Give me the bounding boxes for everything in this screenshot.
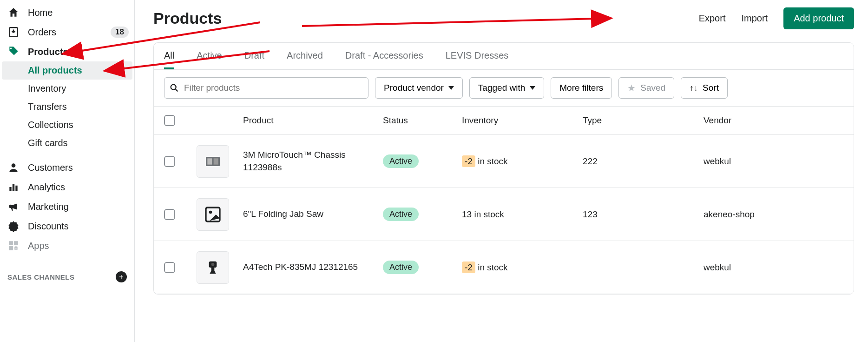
tab-levis-dresses[interactable]: LEVIS Dresses xyxy=(446,43,509,69)
inventory-cell: -2 in stock xyxy=(462,156,583,167)
person-icon xyxy=(7,161,20,174)
svg-point-14 xyxy=(209,210,212,214)
add-channel-button[interactable] xyxy=(116,271,127,282)
table-row[interactable]: 3M MicroTouch™ Chassis 1123988s Active -… xyxy=(154,135,854,188)
inventory-cell: 13 in stock xyxy=(462,209,583,220)
sidebar-item-label: Apps xyxy=(28,241,129,251)
col-inventory: Inventory xyxy=(462,115,583,126)
more-filters-button[interactable]: More filters xyxy=(551,77,612,99)
sidebar-item-discounts[interactable]: Discounts xyxy=(0,216,134,236)
tab-archived[interactable]: Archived xyxy=(287,43,323,69)
filter-label: Tagged with xyxy=(478,83,525,93)
sidebar-subitem-gift-cards[interactable]: Gift cards xyxy=(0,134,134,152)
row-checkbox[interactable] xyxy=(164,209,175,220)
svg-rect-5 xyxy=(9,241,13,245)
sidebar-item-home[interactable]: Home xyxy=(0,3,134,22)
type-cell: 222 xyxy=(583,156,704,167)
filter-products-input[interactable] xyxy=(184,83,363,93)
main-content: Products Export Import Add product All A… xyxy=(135,0,868,342)
table-row[interactable]: A4Tech PK-835MJ 12312165 Active -2 in st… xyxy=(154,241,854,294)
status-badge: Active xyxy=(383,208,419,221)
sidebar-item-customers[interactable]: Customers xyxy=(0,158,134,177)
sidebar-item-label: Orders xyxy=(28,27,102,38)
sidebar-item-apps[interactable]: Apps xyxy=(0,236,134,255)
col-type: Type xyxy=(583,115,704,126)
sidebar: Home Orders 18 Products All products Inv… xyxy=(0,0,135,342)
inventory-text: 13 in stock xyxy=(462,209,504,219)
status-badge: Active xyxy=(383,261,419,274)
sidebar-item-label: Home xyxy=(28,7,129,18)
add-product-button[interactable]: Add product xyxy=(783,7,854,29)
tab-all[interactable]: All xyxy=(164,43,174,69)
select-all-checkbox[interactable] xyxy=(164,115,175,126)
vendor-cell: webkul xyxy=(704,156,843,167)
sort-icon: ↑↓ xyxy=(690,83,698,93)
apps-icon xyxy=(7,240,20,252)
col-product: Product xyxy=(243,115,383,126)
filter-label: Saved xyxy=(640,83,665,93)
orders-badge: 18 xyxy=(111,27,129,38)
filter-label: Product vendor xyxy=(384,83,444,93)
products-card: All Active Draft Archived Draft - Access… xyxy=(153,42,854,295)
product-thumbnail xyxy=(197,251,229,284)
sidebar-item-marketing[interactable]: Marketing xyxy=(0,197,134,216)
col-status: Status xyxy=(383,115,462,126)
sidebar-item-label: Customers xyxy=(28,162,129,173)
product-name[interactable]: 3M MicroTouch™ Chassis 1123988s xyxy=(243,149,383,174)
search-icon xyxy=(169,83,179,93)
star-icon: ★ xyxy=(627,82,636,94)
sidebar-item-orders[interactable]: Orders 18 xyxy=(0,22,134,42)
sidebar-item-label: Discounts xyxy=(28,221,129,232)
tag-icon xyxy=(7,46,20,58)
orders-icon xyxy=(7,26,20,38)
product-name[interactable]: 6"L Folding Jab Saw xyxy=(243,208,383,221)
product-thumbnail xyxy=(197,145,229,178)
row-checkbox[interactable] xyxy=(164,156,175,167)
vendor-cell: webkul xyxy=(704,262,843,273)
sidebar-subitem-collections[interactable]: Collections xyxy=(0,116,134,134)
filter-label: Sort xyxy=(703,83,719,93)
inventory-warning: -2 xyxy=(462,155,475,167)
inventory-suffix: in stock xyxy=(475,262,508,272)
svg-point-16 xyxy=(211,263,215,266)
svg-rect-3 xyxy=(13,184,14,191)
sidebar-subitem-inventory[interactable]: Inventory xyxy=(0,80,134,98)
sidebar-subitem-all-products[interactable]: All products xyxy=(2,61,132,80)
table-header: Product Status Inventory Type Vendor xyxy=(154,107,854,135)
export-link[interactable]: Export xyxy=(699,13,726,24)
filter-label: More filters xyxy=(559,83,603,93)
product-thumbnail xyxy=(197,198,229,231)
tagged-with-filter[interactable]: Tagged with xyxy=(469,77,544,99)
megaphone-icon xyxy=(7,201,20,213)
sidebar-item-products[interactable]: Products xyxy=(0,42,134,61)
home-icon xyxy=(7,7,20,19)
sort-button[interactable]: ↑↓ Sort xyxy=(681,77,728,99)
sales-channels-header: SALES CHANNELS xyxy=(0,268,134,285)
svg-point-9 xyxy=(171,85,176,90)
table-row[interactable]: 6"L Folding Jab Saw Active 13 in stock 1… xyxy=(154,188,854,241)
saved-button[interactable]: ★ Saved xyxy=(618,77,674,99)
tabs: All Active Draft Archived Draft - Access… xyxy=(154,43,854,70)
product-vendor-filter[interactable]: Product vendor xyxy=(375,77,463,99)
inventory-suffix: in stock xyxy=(475,156,508,166)
search-input-wrap[interactable] xyxy=(164,77,368,99)
tab-active[interactable]: Active xyxy=(197,43,222,69)
sales-channels-label: SALES CHANNELS xyxy=(7,273,75,281)
caret-down-icon xyxy=(530,86,535,90)
sidebar-item-label: Products xyxy=(28,47,129,57)
import-link[interactable]: Import xyxy=(741,13,768,24)
svg-rect-12 xyxy=(214,158,218,164)
row-checkbox[interactable] xyxy=(164,262,175,273)
type-cell: 123 xyxy=(583,209,704,220)
sidebar-item-analytics[interactable]: Analytics xyxy=(0,177,134,197)
svg-rect-11 xyxy=(207,158,212,164)
bar-chart-icon xyxy=(7,181,20,193)
plus-icon xyxy=(118,274,125,280)
tab-draft-accessories[interactable]: Draft - Accessories xyxy=(345,43,423,69)
sidebar-item-label: Marketing xyxy=(28,201,129,212)
product-name[interactable]: A4Tech PK-835MJ 12312165 xyxy=(243,261,383,274)
tab-draft[interactable]: Draft xyxy=(244,43,264,69)
sidebar-subitem-transfers[interactable]: Transfers xyxy=(0,98,134,116)
page-header: Products Export Import Add product xyxy=(153,7,854,29)
svg-rect-6 xyxy=(14,241,18,245)
